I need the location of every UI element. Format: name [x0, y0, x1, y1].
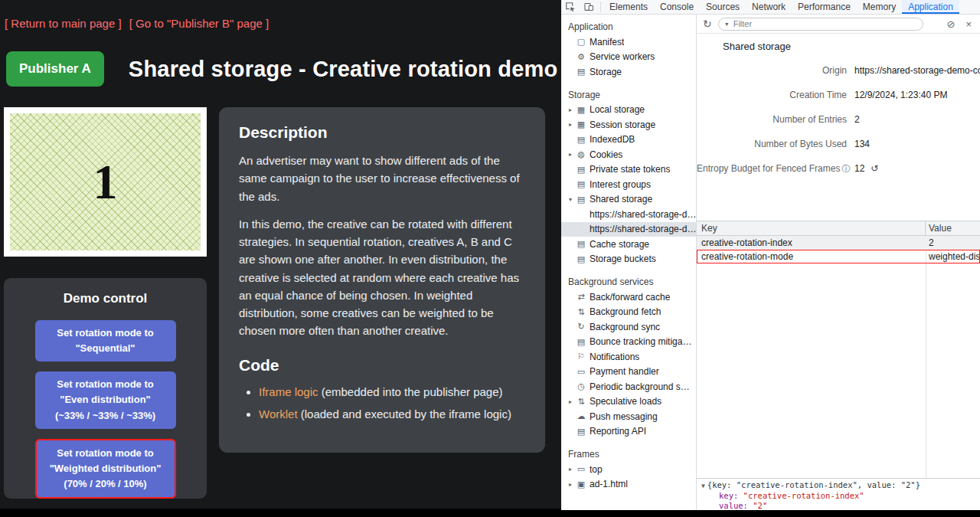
tab-performance[interactable]: Performance	[792, 0, 857, 14]
tab-memory[interactable]: Memory	[857, 0, 902, 14]
storage-value-cell: weighted-distribution	[926, 251, 980, 262]
sidebar-item-shared-storage-origin-1[interactable]: https://shared-storage-d…	[561, 207, 696, 222]
sidebar-item-label: Push messaging	[590, 411, 658, 422]
sidebar-item-label: Speculative loads	[590, 396, 662, 407]
filter-funnel-icon: ▼	[724, 21, 730, 27]
inspect-element-icon[interactable]	[561, 0, 580, 14]
tab-elements[interactable]: Elements	[603, 0, 654, 14]
sidebar-item-notifications[interactable]: ⚐Notifications	[561, 349, 696, 365]
publisher-b-link[interactable]: [ Go to "Publisher B" page ]	[129, 17, 269, 30]
sidebar-item-label: Interest groups	[590, 179, 651, 190]
description-paragraph-2: In this demo, the creative can be rotate…	[239, 215, 525, 340]
code-bullet-item: Iframe logic (embedded into the publishe…	[259, 384, 525, 401]
sidebar-item-periodic-background-s[interactable]: ◷Periodic background s…	[561, 379, 696, 394]
metadata-label-text: Origin	[822, 65, 847, 76]
tab-console[interactable]: Console	[654, 0, 700, 14]
sidebar-item-storage[interactable]: ▤Storage	[561, 64, 696, 80]
reset-budget-icon[interactable]: ↺	[871, 163, 878, 174]
sidebar-item-push-messaging[interactable]: ☁Push messaging	[561, 409, 696, 424]
metadata-row-number-of-bytes-used: Number of Bytes Used134	[697, 132, 980, 156]
local-storage-icon: ▦	[575, 105, 587, 115]
expander-icon[interactable]: ▸	[566, 121, 575, 128]
sidebar-item-back-forward-cache[interactable]: ⇄Back/forward cache	[561, 290, 696, 305]
filter-input[interactable]	[733, 19, 917, 28]
button-label-line: "Even distribution"	[38, 392, 173, 407]
button-label-line: Set rotation mode to	[38, 377, 173, 392]
sidebar-item-bounce-tracking-mitiga[interactable]: ▤Bounce tracking mitiga…	[561, 335, 696, 350]
sidebar-item-label: ad-1.html	[590, 479, 628, 489]
sidebar-item-label: Local storage	[590, 104, 645, 115]
metadata-label-text: Creation Time	[789, 90, 847, 100]
value-preview-pane: ▼{key: "creative-rotation-index", value:…	[697, 478, 980, 510]
sidebar-item-local-storage[interactable]: ▸▦Local storage	[561, 103, 696, 118]
sidebar-item-indexeddb[interactable]: ▤IndexedDB	[561, 133, 696, 148]
metadata-label: Entropy Budget for Fenced Framesⓘ	[697, 163, 847, 175]
sidebar-item-manifest[interactable]: ▢Manifest	[561, 34, 696, 50]
expander-icon[interactable]: ▸	[566, 466, 575, 473]
table-rows: creative-rotation-index2creative-rotatio…	[697, 236, 980, 263]
expander-icon[interactable]: ▸	[566, 481, 575, 488]
rotation-mode-button-3[interactable]: Set rotation mode to"Weighted distributi…	[35, 439, 176, 499]
sidebar-section-application: Application▢Manifest⚙Service workers▤Sto…	[561, 19, 696, 80]
sidebar-item-label: Cookies	[590, 149, 622, 160]
tab-sources[interactable]: Sources	[700, 0, 746, 14]
storage-row-creative-rotation-index[interactable]: creative-rotation-index2	[697, 236, 980, 250]
frame-document-icon: ▣	[575, 479, 587, 489]
sidebar-item-storage-buckets[interactable]: ▤Storage buckets	[561, 252, 696, 267]
code-bullet-text: (embedded into the publisher page)	[318, 385, 503, 398]
return-to-main-link[interactable]: [ Return to main page ]	[5, 17, 122, 30]
sidebar-item-background-sync[interactable]: ↻Background sync	[561, 319, 696, 335]
expander-icon[interactable]: ▸	[566, 106, 575, 113]
sidebar-item-label: Session storage	[590, 119, 655, 130]
code-heading: Code	[239, 356, 525, 375]
sidebar-item-shared-storage-origin-2[interactable]: https://shared-storage-d…	[561, 222, 696, 237]
creative-ad: 1	[10, 113, 201, 250]
storage-value-cell: 2	[926, 237, 980, 248]
sidebar-item-top[interactable]: ▸▭top	[561, 462, 696, 477]
preview-summary[interactable]: ▼{key: "creative-rotation-index", value:…	[701, 480, 975, 491]
refresh-icon[interactable]: ↻	[703, 18, 712, 30]
storage-metadata: Originhttps://shared-storage-demo-coCrea…	[697, 58, 980, 181]
sidebar-item-session-storage[interactable]: ▸▦Session storage	[561, 117, 696, 133]
info-icon[interactable]: ⓘ	[841, 164, 850, 173]
sidebar-item-ad-1-html[interactable]: ▸▣ad-1.html	[561, 477, 696, 492]
preview-entry-name: value:	[719, 501, 753, 510]
iframe-logic-link[interactable]: Iframe logic	[259, 385, 318, 398]
preview-entry-value: "2"	[753, 501, 767, 510]
rotation-mode-button-2[interactable]: Set rotation mode to"Even distribution"(…	[35, 371, 176, 428]
worklet-link[interactable]: Worklet	[259, 407, 298, 420]
panel-title: Shared storage	[723, 41, 980, 52]
sidebar-item-label: Background sync	[590, 322, 660, 332]
sidebar-item-label: Periodic background s…	[590, 381, 690, 392]
column-header-value[interactable]: Value	[926, 221, 980, 235]
divider	[600, 2, 601, 12]
interest-groups-icon: ▤	[575, 179, 587, 189]
expander-icon[interactable]: ▾	[566, 196, 575, 203]
column-header-key[interactable]: Key	[697, 221, 926, 235]
device-toolbar-icon[interactable]	[580, 0, 598, 14]
sidebar-item-background-fetch[interactable]: ⇅Background fetch	[561, 305, 696, 320]
preview-entry-value: "creative-rotation-index"	[743, 491, 864, 500]
expander-icon[interactable]: ▸	[566, 151, 575, 158]
sidebar-item-shared-storage[interactable]: ▾▤Shared storage	[561, 192, 696, 208]
expander-icon[interactable]: ▸	[566, 398, 575, 405]
tab-application[interactable]: Application	[902, 0, 959, 14]
sidebar-item-private-state-tokens[interactable]: ▤Private state tokens	[561, 162, 696, 178]
back-forward-cache-icon: ⇄	[575, 292, 587, 302]
sidebar-item-service-workers[interactable]: ⚙Service workers	[561, 50, 696, 65]
clear-all-icon[interactable]: ⊘	[945, 18, 958, 30]
sidebar-item-cache-storage[interactable]: ▤Cache storage	[561, 237, 696, 252]
sidebar-item-reporting-api[interactable]: ▤Reporting API	[561, 424, 696, 440]
sidebar-item-speculative-loads[interactable]: ▸⇅Speculative loads	[561, 394, 696, 410]
sidebar-item-interest-groups[interactable]: ▤Interest groups	[561, 177, 696, 192]
sidebar-item-payment-handler[interactable]: ▭Payment handler	[561, 365, 696, 380]
delete-selected-icon[interactable]: ×	[963, 18, 974, 30]
sidebar-section-title: Storage	[561, 87, 696, 103]
storage-row-creative-rotation-mode[interactable]: creative-rotation-modeweighted-distribut…	[697, 250, 980, 263]
button-label-line: (~33% / ~33% / ~33%)	[38, 408, 173, 424]
tab-network[interactable]: Network	[746, 0, 792, 14]
devtools-tabbar: ElementsConsoleSourcesNetworkPerformance…	[561, 0, 980, 15]
frame-icon: ▭	[575, 464, 587, 474]
rotation-mode-button-1[interactable]: Set rotation mode to"Sequential"	[35, 320, 176, 362]
sidebar-item-cookies[interactable]: ▸◍Cookies	[561, 147, 696, 162]
